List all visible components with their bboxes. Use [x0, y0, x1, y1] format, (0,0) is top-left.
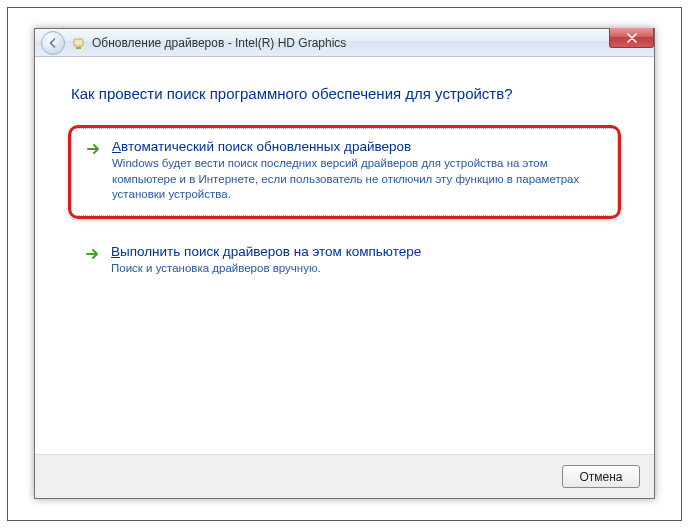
option-auto-search[interactable]: Автоматический поиск обновленных драйвер… — [71, 128, 618, 216]
arrow-right-icon — [86, 139, 104, 203]
cancel-button[interactable]: Отмена — [562, 465, 640, 488]
close-button[interactable] — [609, 28, 654, 48]
option-desc: Поиск и установка драйверов вручную. — [111, 261, 604, 277]
device-icon — [73, 36, 87, 50]
option-title: Автоматический поиск обновленных драйвер… — [112, 139, 603, 154]
page-heading: Как провести поиск программного обеспече… — [71, 85, 618, 102]
svg-rect-1 — [76, 47, 81, 49]
close-icon — [627, 33, 637, 43]
footer: Отмена — [35, 454, 654, 498]
titlebar: Обновление драйверов - Intel(R) HD Graph… — [35, 29, 654, 57]
window-title: Обновление драйверов - Intel(R) HD Graph… — [92, 36, 346, 50]
option-title: Выполнить поиск драйверов на этом компью… — [111, 244, 604, 259]
arrow-right-icon — [85, 244, 103, 277]
option-auto-search-highlight: Автоматический поиск обновленных драйвер… — [71, 128, 618, 216]
content-area: Как провести поиск программного обеспече… — [35, 57, 654, 454]
back-arrow-icon — [47, 37, 59, 49]
option-browse-computer[interactable]: Выполнить поиск драйверов на этом компью… — [71, 234, 618, 289]
svg-rect-0 — [74, 39, 83, 46]
back-button[interactable] — [41, 31, 65, 55]
driver-update-dialog: Обновление драйверов - Intel(R) HD Graph… — [34, 28, 655, 499]
option-desc: Windows будет вести поиск последних верс… — [112, 156, 603, 203]
